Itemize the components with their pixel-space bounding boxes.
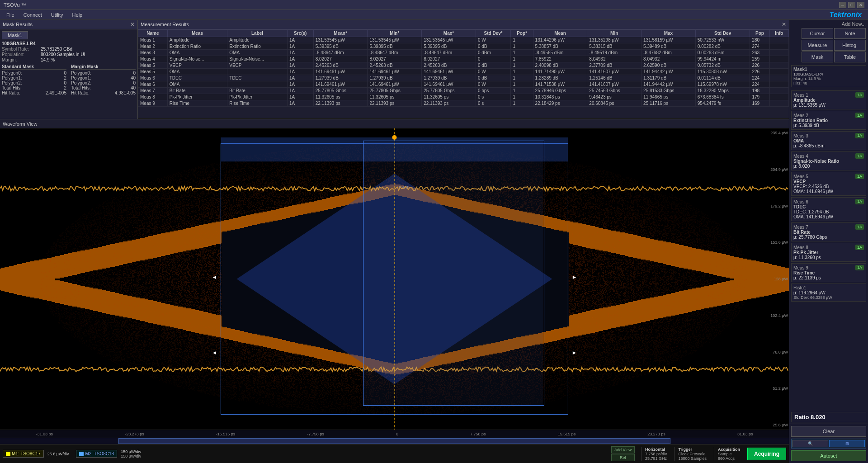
meas-value-4: VECP: 2.4526 dB OMA: 141.6946 µW	[793, 184, 864, 194]
measurement-results-close[interactable]: ✕	[782, 21, 786, 28]
poly0-val-std: 0	[64, 71, 66, 76]
mask-margin-col: Margin Mask Polygon0: 0 Polygon1: 40 Pol…	[71, 64, 136, 95]
meas-value-8: µ: 22.1139 ps	[793, 275, 864, 280]
ref-button[interactable]: Ref	[611, 454, 635, 461]
table-cell-1-11: 5.39489 dB	[642, 43, 696, 50]
measure-button[interactable]: Measure	[802, 40, 833, 51]
meas-card-id-5: Meas 6	[793, 199, 808, 204]
overview-bar[interactable]	[0, 438, 789, 444]
cursor-button[interactable]: Cursor	[802, 28, 833, 39]
table-row[interactable]: Meas 7Bit RateBit Rate1A25.77805 Gbps25.…	[138, 88, 789, 94]
table-row[interactable]: Meas 6TDECTDEC1A1.27939 dB1.27939 dB1.27…	[138, 75, 789, 81]
table-row[interactable]: Meas 3OMAOMA1A-8.48647 dBm-8.48647 dBm-8…	[138, 50, 789, 56]
histog-button[interactable]: Histog.	[834, 40, 866, 51]
meas-card-0[interactable]: Meas 11AAmplitudeµ: 131.5355 µW	[791, 90, 866, 109]
trigger-title: Trigger	[678, 447, 707, 452]
meas-card-8[interactable]: Meas 91ARise Timeµ: 22.1139 ps	[791, 263, 866, 282]
acquisition-mode: Sample	[718, 452, 740, 456]
menu-help[interactable]: Help	[68, 11, 87, 19]
hit-ratio-label-std: Hit Ratio:	[2, 90, 20, 95]
meas-card-id-8: Meas 9	[793, 265, 808, 270]
mask-button-right[interactable]: Mask	[802, 52, 833, 62]
poly0-label-std: Polygon0:	[2, 71, 22, 76]
table-cell-7-5: 141.69461 µW	[368, 81, 422, 88]
table-cell-7-1: OMA	[167, 81, 227, 88]
table-cell-0-9: 131.44296 µW	[533, 37, 587, 43]
table-cell-2-12: 0.00263 dBm	[695, 50, 750, 56]
clear-button[interactable]: Clear	[791, 426, 866, 437]
ch2-values: 150 µW/div 150 µW/div	[121, 449, 141, 458]
meas-table-container[interactable]: Name Meas Label Src(s) Mean* Min* Max* S…	[138, 29, 789, 118]
minimize-button[interactable]: ─	[839, 2, 846, 8]
table-cell-9-10: 9.46423 ps	[587, 94, 642, 100]
table-button[interactable]: Table	[834, 52, 866, 62]
table-cell-8-1: Bit Rate	[167, 88, 227, 94]
table-row[interactable]: Meas 4Signal-to-Noise...Signal-to-Noise.…	[138, 56, 789, 62]
channel-2-chip[interactable]: M2: TSO8C18	[76, 450, 117, 458]
table-cell-3-13: 259	[750, 56, 769, 62]
left-center: Mask Results ✕ Mask1 100GBASE-LR4 Symbol…	[0, 20, 789, 463]
table-row[interactable]: Meas 2Extinction RatioExtinction Ratio1A…	[138, 43, 789, 50]
table-row[interactable]: Meas 5VECPVECP1A2.45263 dB2.45263 dB2.45…	[138, 62, 789, 69]
add-view-button[interactable]: Add View	[611, 446, 635, 454]
table-row[interactable]: Meas 8Pk-Pk JitterPk-Pk Jitter1A11.32605…	[138, 94, 789, 100]
ch1-value: 25.6 µW/div	[47, 452, 69, 456]
table-cell-2-13: 263	[750, 50, 769, 56]
poly1-val-m: 40	[131, 76, 136, 80]
maximize-button[interactable]: □	[848, 2, 855, 8]
y-label-3: 153.6 µW	[760, 240, 788, 245]
meas-card-4[interactable]: Meas 51AVECPVECP: 2.4526 dB OMA: 141.694…	[791, 172, 866, 196]
meas-title-1: Extinction Ratio	[793, 118, 864, 123]
zoom-btn-1[interactable]: 🔍	[793, 440, 828, 447]
menu-utility[interactable]: Utility	[47, 11, 68, 19]
meas-card-1[interactable]: Meas 21AExtinction Ratioµ: 5.3939 dB	[791, 111, 866, 130]
autoset-button[interactable]: Autoset	[791, 450, 866, 461]
ratio-display: Ratio 8.020	[791, 412, 866, 422]
waveform-canvas[interactable]: 239.4 µW204.9 µW179.2 µW153.6 µW128 µW10…	[0, 128, 789, 430]
zoom-btn-active[interactable]: ⊞	[829, 440, 865, 447]
note-button[interactable]: Note	[834, 28, 866, 39]
table-cell-10-0: Meas 9	[138, 100, 168, 107]
mask1-tab[interactable]: Mask1	[2, 31, 28, 39]
meas-card-5[interactable]: Meas 61ATDECTDEC: 1.2794 dB OMA: 141.694…	[791, 197, 866, 221]
overview-selection	[118, 438, 671, 444]
close-button[interactable]: ✕	[857, 2, 864, 8]
table-cell-9-11: 11.94665 ps	[642, 94, 696, 100]
table-row[interactable]: Meas 6OMA1A141.69461 µW141.69461 µW141.6…	[138, 81, 789, 88]
table-cell-2-1: OMA	[167, 50, 227, 56]
time-label-7: 23.273 ps	[647, 432, 665, 436]
table-row[interactable]: Meas 5OMA1A141.69461 µW141.69461 µW141.6…	[138, 69, 789, 75]
symbol-rate-value: 25.781250 GBd	[41, 47, 72, 52]
table-cell-0-10: 131.35298 µW	[587, 37, 642, 43]
table-cell-1-14	[769, 43, 788, 50]
col-name: Name	[138, 30, 168, 37]
table-cell-5-14	[769, 69, 788, 75]
table-row[interactable]: Meas 1AmplitudeAmplitude1A131.53545 µW13…	[138, 37, 789, 43]
channel-1-chip[interactable]: M1: TSO8C17	[3, 450, 44, 458]
meas-badge-8: 1A	[855, 265, 864, 270]
table-cell-2-3: 1A	[287, 50, 313, 56]
meas-card-2[interactable]: Meas 31AOMAµ: -8.4865 dBm	[791, 131, 866, 150]
table-cell-7-11: 141.94442 µW	[642, 81, 696, 88]
meas-card-7[interactable]: Meas 81APk-Pk Jitterµ: 11.3260 ps	[791, 243, 866, 262]
table-cell-5-12: 115.30808 nW	[695, 69, 750, 75]
table-cell-0-14	[769, 37, 788, 43]
acquiring-button[interactable]: Acquiring	[747, 448, 786, 460]
table-cell-9-12: 673.68384 fs	[695, 94, 750, 100]
meas-card-6[interactable]: Meas 71ABit Rateµ: 25.7780 Gbps	[791, 222, 866, 241]
meas-title-5: TDEC	[793, 204, 864, 209]
meas-card-3[interactable]: Meas 41ASignal-to-Noise Ratioµ: 8.020	[791, 151, 866, 170]
poly2-val-std: 0	[64, 80, 66, 85]
menu-file[interactable]: File	[2, 11, 19, 19]
table-row[interactable]: Meas 9Rise TimeRise Time1A22.11393 ps22.…	[138, 100, 789, 107]
meas-scrollbar[interactable]	[138, 118, 789, 119]
table-cell-6-14	[769, 75, 788, 81]
mask-results-close[interactable]: ✕	[130, 21, 135, 28]
menu-connect[interactable]: Connect	[19, 11, 47, 19]
table-cell-0-3: 1A	[287, 37, 313, 43]
table-cell-6-7: 0 dB	[476, 75, 511, 81]
table-cell-7-13: 224	[750, 81, 769, 88]
table-cell-2-10: -8.49519 dBm	[587, 50, 642, 56]
table-cell-6-1: TDEC	[167, 75, 227, 81]
histo-card[interactable]: Histo1 µ: 119.2964 µW Std Dev: 66.3388 µ…	[791, 283, 866, 302]
